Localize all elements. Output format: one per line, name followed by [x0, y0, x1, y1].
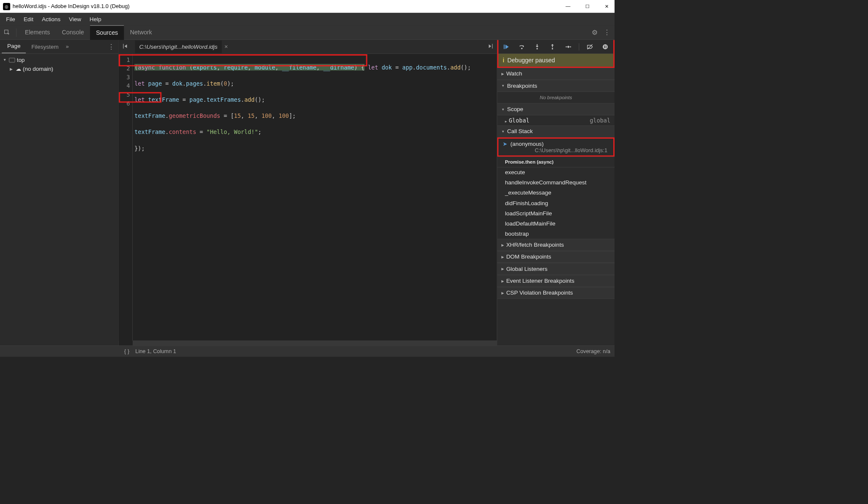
format-icon[interactable]: { }	[124, 348, 129, 354]
window-title: helloWord.idjs - Adobe InDesign v18.1.0 …	[13, 3, 130, 10]
deactivate-breakpoints-button[interactable]	[585, 42, 594, 51]
callstack-frame[interactable]: loadDefaultMainFile	[497, 218, 615, 228]
step-into-button[interactable]	[533, 42, 542, 51]
menu-view[interactable]: View	[65, 14, 86, 25]
step-button[interactable]	[563, 42, 572, 51]
code-editor[interactable]: 1 2 3 4 5 6 (async function (exports, re…	[119, 54, 497, 341]
svg-point-6	[552, 48, 553, 49]
section-label: Scope	[507, 106, 523, 113]
nav-back-icon[interactable]	[121, 42, 131, 51]
callstack-frame-current[interactable]: ➤ (anonymous) C:\Users\hp\git...lloWord.…	[498, 139, 613, 156]
annotation-box: i Debugger paused	[497, 40, 615, 68]
svg-rect-1	[123, 44, 123, 48]
file-tree: ▼ top ▶ ☁ (no domain)	[0, 54, 119, 75]
sidebar-tab-filesystem[interactable]: Filesystem	[26, 40, 64, 53]
annotation-box: ➤ (anonymous) C:\Users\hp\git...lloWord.…	[497, 137, 615, 156]
section-scope[interactable]: ▼ Scope	[497, 103, 615, 115]
debugger-status: i Debugger paused	[498, 54, 613, 67]
tree-domain[interactable]: ▶ ☁ (no domain)	[0, 64, 119, 73]
tab-console[interactable]: Console	[56, 25, 90, 39]
callstack-frame[interactable]: loadScriptMainFile	[497, 208, 615, 218]
window-controls: — ☐ ✕	[563, 3, 612, 11]
section-label: CSP Violation Breakpoints	[506, 290, 573, 296]
tab-sources[interactable]: Sources	[90, 25, 124, 40]
scope-global[interactable]: ▶Global global	[497, 115, 615, 125]
select-element-icon[interactable]	[3, 28, 11, 37]
menubar: File Edit Actions View Help	[0, 13, 615, 25]
nav-fwd-icon[interactable]	[486, 42, 495, 51]
minimize-button[interactable]: —	[563, 3, 573, 11]
cloud-icon: ☁	[16, 66, 21, 72]
section-label: Watch	[506, 70, 522, 77]
section-breakpoints[interactable]: ▼ Breakpoints	[497, 80, 615, 92]
editor-pane: C:\Users\hp\git...helloWord.idjs ✕ 1 2 3…	[119, 40, 497, 345]
tree-item-label: (no domain)	[23, 66, 53, 72]
settings-icon[interactable]: ⚙	[590, 28, 599, 38]
line-num: 6	[119, 99, 132, 108]
svg-point-4	[521, 47, 523, 49]
callstack-frame[interactable]: didFinishLoading	[497, 198, 615, 208]
svg-point-9	[603, 44, 608, 49]
svg-rect-3	[504, 45, 505, 49]
section-label: XHR/fetch Breakpoints	[506, 242, 564, 248]
step-out-button[interactable]	[548, 42, 557, 51]
horizontal-scrollbar[interactable]	[133, 341, 497, 345]
open-file-tab[interactable]: C:\Users\hp\git...helloWord.idjs	[135, 40, 222, 53]
editor-tabstrip: C:\Users\hp\git...helloWord.idjs ✕	[119, 40, 497, 54]
debugger-controls	[498, 40, 613, 54]
window-icon	[9, 58, 15, 62]
section-callstack[interactable]: ▼ Call Stack	[497, 125, 615, 137]
menu-edit[interactable]: Edit	[19, 14, 38, 25]
sidebar-tab-page[interactable]: Page	[2, 40, 26, 53]
navigator-sidebar: Page Filesystem » ⋮ ▼ top ▶ ☁ (no domain…	[0, 40, 119, 345]
resume-button[interactable]	[502, 42, 511, 51]
async-boundary: Promise.then (async)	[497, 157, 615, 167]
section-xhr[interactable]: ▶ XHR/fetch Breakpoints	[497, 239, 615, 251]
coverage-text: Coverage: n/a	[576, 348, 610, 354]
status-text: Debugger paused	[507, 57, 555, 64]
callstack-frame[interactable]: execute	[497, 167, 615, 178]
pause-exceptions-button[interactable]	[601, 42, 609, 51]
tree-top-label: top	[17, 57, 25, 64]
tree-expand-icon[interactable]: ▶	[10, 67, 14, 71]
step-over-button[interactable]	[517, 42, 526, 51]
frame-location: C:\Users\hp\git...lloWord.idjs:1	[503, 148, 609, 154]
line-num: 5	[119, 90, 132, 99]
close-button[interactable]: ✕	[602, 3, 612, 11]
tab-elements[interactable]: Elements	[19, 25, 56, 39]
code-area[interactable]: (async function (exports, require, modul…	[133, 54, 497, 341]
callstack-frame[interactable]: handleInvokeCommandRequest	[497, 178, 615, 188]
devtools-tabstrip: Elements Console Sources Network ⚙ ⋮	[0, 25, 615, 40]
section-event[interactable]: ▶ Event Listener Breakpoints	[497, 275, 615, 287]
tree-expand-icon[interactable]: ▼	[3, 58, 7, 62]
callstack-frame[interactable]: bootstrap	[497, 228, 615, 239]
expand-icon: ▶	[501, 291, 504, 295]
line-num: 3	[119, 73, 132, 82]
expand-icon: ▶	[501, 243, 504, 247]
callstack-frame[interactable]: _executeMessage	[497, 188, 615, 198]
sidebar-menu-icon[interactable]: ⋮	[106, 41, 117, 53]
section-label: Call Stack	[507, 128, 533, 135]
section-csp[interactable]: ▶ CSP Violation Breakpoints	[497, 287, 615, 299]
more-icon[interactable]: ⋮	[603, 28, 612, 38]
section-label: Event Listener Breakpoints	[506, 278, 574, 284]
section-label: Global Listeners	[506, 266, 547, 273]
expand-icon: ▶	[501, 267, 504, 271]
menu-file[interactable]: File	[2, 14, 19, 25]
sidebar-more-icon[interactable]: »	[64, 42, 71, 51]
line-num: 1	[119, 56, 132, 64]
maximize-button[interactable]: ☐	[582, 3, 593, 11]
frame-name: (anonymous)	[510, 141, 544, 148]
status-icon: i	[503, 57, 504, 64]
section-watch[interactable]: ▶ Watch	[497, 68, 615, 80]
collapse-icon: ▼	[501, 130, 505, 133]
tree-top[interactable]: ▼ top	[0, 56, 119, 64]
section-dom[interactable]: ▶ DOM Breakpoints	[497, 251, 615, 263]
svg-point-5	[537, 48, 538, 49]
section-listeners[interactable]: ▶ Global Listeners	[497, 263, 615, 275]
menu-help[interactable]: Help	[85, 14, 105, 25]
statusbar: { } Line 1, Column 1 Coverage: n/a	[0, 345, 615, 357]
tab-network[interactable]: Network	[124, 25, 158, 39]
close-tab-icon[interactable]: ✕	[224, 44, 228, 49]
menu-actions[interactable]: Actions	[38, 14, 65, 25]
